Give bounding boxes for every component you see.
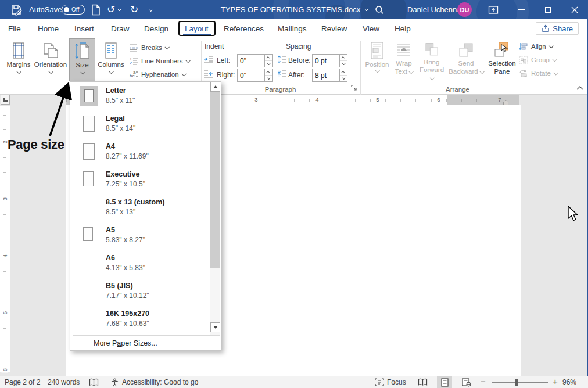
hyphenation-icon: bc a: [129, 70, 138, 78]
paragraph-dialog-launcher[interactable]: [350, 84, 357, 91]
paper-executive-icon: [83, 171, 94, 186]
share-icon: [542, 24, 550, 33]
menu-item-legal[interactable]: Legal 8.5" x 14": [70, 110, 210, 138]
zoom-in-button[interactable]: +: [553, 376, 558, 386]
customize-toolbar-button[interactable]: [148, 0, 153, 19]
orientation-button[interactable]: Orientation: [34, 38, 67, 82]
menu-item-custom-8-5x13[interactable]: 8.5 x 13 (custom) 8.5" x 13": [70, 193, 210, 221]
tab-design[interactable]: Design: [144, 24, 168, 33]
zoom-level-indicator[interactable]: 96%: [562, 376, 576, 388]
accessibility-status-button[interactable]: Accessibility: Good to go: [110, 376, 198, 388]
line-numbers-button[interactable]: 1 2 Line Numbers: [129, 55, 189, 67]
close-icon: [571, 6, 578, 13]
undo-button[interactable]: ↺: [107, 0, 120, 19]
tab-review[interactable]: Review: [321, 24, 347, 33]
orientation-icon: [42, 42, 59, 59]
ruler-number: 3: [2, 196, 8, 202]
position-button: Position: [364, 38, 390, 82]
menu-item-b5-jis[interactable]: B5 (JIS) 7.17" x 10.12": [70, 277, 210, 305]
redo-icon: ↻: [130, 5, 138, 15]
spacing-after-stepper[interactable]: [339, 69, 347, 81]
save-icon: [10, 3, 23, 16]
spacing-after-label: After:: [288, 71, 305, 79]
menu-item-a5[interactable]: A5 5.83" x 8.27": [70, 221, 210, 249]
zoom-slider-thumb[interactable]: [515, 379, 518, 386]
close-button[interactable]: [565, 0, 585, 19]
scroll-up-button[interactable]: [210, 82, 220, 92]
tab-draw[interactable]: Draw: [111, 24, 130, 33]
focus-mode-button[interactable]: Focus: [375, 376, 406, 388]
tab-layout[interactable]: Layout: [185, 24, 209, 33]
dropdown-scrollbar[interactable]: [210, 82, 220, 335]
tab-insert[interactable]: Insert: [74, 24, 94, 33]
new-document-button[interactable]: [91, 0, 101, 19]
wrap-text-chevron-icon: [409, 69, 414, 74]
zoom-out-button[interactable]: −: [481, 376, 486, 386]
arrange-group-label: Arrange: [433, 86, 482, 93]
menu-item-a4[interactable]: A4 8.27" x 11.69": [70, 138, 210, 166]
scrollbar-thumb[interactable]: [210, 92, 220, 268]
ribbon-tab-row: File Home Insert Draw Design Layout Refe…: [0, 19, 588, 37]
bring-forward-button: Bring Forward: [418, 38, 446, 82]
save-button[interactable]: [10, 0, 23, 19]
tab-home[interactable]: Home: [38, 24, 59, 33]
tab-view[interactable]: View: [363, 24, 379, 33]
minimize-icon: [518, 9, 525, 10]
print-layout-button[interactable]: [437, 376, 452, 388]
hyphenation-button[interactable]: bc a Hyphenation: [129, 69, 185, 80]
svg-text:2: 2: [130, 61, 132, 65]
read-mode-button[interactable]: [415, 376, 430, 388]
spacing-after-input[interactable]: [313, 69, 339, 81]
orientation-chevron-icon: [48, 69, 53, 74]
spacing-before-icon: [277, 55, 287, 63]
maximize-icon: [545, 7, 551, 13]
menu-item-16k[interactable]: 16K 195x270 7.68" x 10.63": [70, 305, 210, 333]
breaks-button[interactable]: Breaks: [129, 42, 168, 53]
more-paper-sizes-item[interactable]: More Paper Sizes...: [94, 339, 157, 347]
group-button: Group: [519, 55, 556, 65]
tab-file[interactable]: File: [8, 24, 21, 33]
redo-button[interactable]: ↻: [130, 0, 138, 19]
margins-button[interactable]: Margins: [5, 38, 33, 82]
tab-mailings[interactable]: Mailings: [278, 24, 307, 33]
scroll-down-button[interactable]: [210, 322, 220, 332]
menu-item-a6[interactable]: A6 4.13" x 5.83": [70, 249, 210, 277]
paper-a5-icon: [83, 227, 93, 241]
size-button[interactable]: Size: [69, 38, 95, 81]
indent-right-stepper[interactable]: [264, 69, 272, 81]
tab-references[interactable]: References: [224, 24, 264, 33]
tab-help[interactable]: Help: [395, 24, 411, 33]
paper-legal-icon: [83, 116, 95, 132]
collapse-ribbon-button[interactable]: [576, 85, 584, 91]
menu-item-letter[interactable]: Letter 8.5" x 11": [70, 82, 210, 110]
zoom-slider-track[interactable]: [492, 382, 548, 383]
indent-left-stepper[interactable]: [264, 55, 272, 67]
spacing-before-input[interactable]: [313, 55, 339, 67]
breaks-chevron-icon: [164, 45, 169, 49]
autosave-toggle[interactable]: Off: [62, 5, 85, 15]
bring-forward-icon: [423, 41, 440, 58]
proofing-status-button[interactable]: [89, 376, 99, 388]
columns-button[interactable]: Columns: [96, 38, 126, 82]
minimize-button[interactable]: [511, 0, 531, 19]
share-button[interactable]: Share: [536, 22, 579, 35]
align-button[interactable]: Align: [519, 41, 553, 52]
web-layout-button[interactable]: [459, 376, 474, 388]
size-icon: [74, 42, 91, 60]
tab-selector-button[interactable]: [1, 95, 10, 105]
maximize-button[interactable]: [538, 0, 558, 19]
spacing-before-stepper[interactable]: [339, 55, 347, 67]
user-name[interactable]: Daniel Uchenna: [407, 0, 461, 19]
ribbon-display-options-button[interactable]: [488, 0, 499, 19]
indent-right-input[interactable]: [238, 69, 264, 81]
page-number-indicator[interactable]: Page 2 of 2: [5, 376, 40, 388]
menu-item-executive[interactable]: Executive 7.25" x 10.5": [70, 166, 210, 193]
status-bar: Page 2 of 2 240 words Accessibility: Goo…: [0, 376, 588, 388]
indent-left-input[interactable]: [238, 55, 264, 67]
send-backward-icon: [457, 41, 475, 59]
avatar[interactable]: DU: [457, 2, 472, 17]
spacing-before-label: Before:: [288, 56, 311, 64]
search-button[interactable]: [374, 0, 385, 19]
word-count-indicator[interactable]: 240 words: [48, 376, 80, 388]
selection-pane-button[interactable]: Selection Pane: [487, 38, 517, 82]
